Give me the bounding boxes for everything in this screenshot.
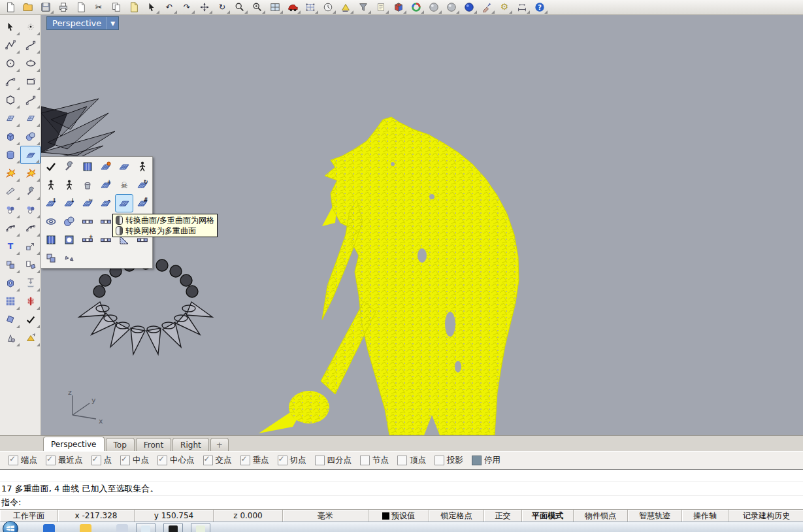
osnap-item-停用[interactable]: 停用 <box>472 455 500 466</box>
status-gumball[interactable]: 操作轴 <box>682 510 729 522</box>
four-viewports-button[interactable] <box>266 1 284 14</box>
new-file-button[interactable] <box>1 1 19 14</box>
save-file-button[interactable] <box>37 1 54 14</box>
ghosted-mode-button[interactable] <box>442 1 460 14</box>
open-file-button[interactable] <box>19 1 37 14</box>
status-coord-y[interactable]: y 150.754 <box>135 510 214 522</box>
mesh-fill-bucket-button[interactable] <box>78 176 97 194</box>
cplane-set-button[interactable] <box>336 1 354 14</box>
status-grid-snap[interactable]: 锁定格点 <box>429 510 484 522</box>
osnap-item-中点[interactable]: 中点 <box>120 455 149 466</box>
mesh-panels-button[interactable] <box>42 231 60 249</box>
circle-tool[interactable] <box>0 54 20 73</box>
arc-tool[interactable] <box>0 73 20 91</box>
osnap-checkbox-切点[interactable] <box>278 456 287 465</box>
viewport-tab-top[interactable]: Top <box>106 438 135 451</box>
orient-tool[interactable] <box>0 310 20 329</box>
mesh-trim-button[interactable]: ✂ <box>78 194 97 212</box>
osnap-item-最近点[interactable]: 最近点 <box>46 455 83 466</box>
viewport-tab-perspective[interactable]: Perspective <box>43 437 105 451</box>
zoom-dynamic-button[interactable] <box>231 1 248 14</box>
osnap-item-节点[interactable]: 节点 <box>360 455 389 466</box>
cone-sphere-tool[interactable] <box>0 329 20 347</box>
select-pointer-button[interactable] <box>142 1 160 14</box>
mesh-torus-button[interactable] <box>42 212 60 231</box>
command-prompt[interactable]: 指令: <box>0 496 803 509</box>
pointer-tool[interactable] <box>0 18 20 36</box>
clamp-tool[interactable] <box>20 292 41 310</box>
render-button[interactable] <box>284 1 301 14</box>
curve-from-objects-tool[interactable] <box>0 219 20 237</box>
mesh-person-weld-button[interactable] <box>60 176 78 194</box>
dimension-button[interactable] <box>513 1 531 14</box>
osnap-checkbox-投影[interactable] <box>434 456 444 465</box>
cut-button[interactable]: ✂ <box>90 1 107 14</box>
mesh-dense-button[interactable]: # <box>133 194 152 212</box>
osnap-item-投影[interactable]: 投影 <box>434 455 463 466</box>
mesh-table-button[interactable] <box>115 158 133 176</box>
osnap-item-垂点[interactable]: 垂点 <box>240 455 269 466</box>
viewport-tab-right[interactable]: Right <box>172 438 209 451</box>
mesh-box-pair-button[interactable] <box>42 249 60 267</box>
options-gears-button[interactable]: ⚙ <box>495 1 513 14</box>
status-smarttrack[interactable]: 智慧轨迹 <box>628 510 682 522</box>
add-viewport-tab-button[interactable]: + <box>210 438 229 451</box>
mesh-person-align-button[interactable] <box>42 176 60 194</box>
osnap-item-交点[interactable]: 交点 <box>203 455 232 466</box>
window-explorer-taskbar-button[interactable] <box>136 523 156 532</box>
mesh-panel-button[interactable] <box>78 158 97 176</box>
start-button[interactable] <box>3 521 18 532</box>
mesh-strip-add-button[interactable]: + <box>78 231 97 249</box>
app-blue-taskbar-icon[interactable] <box>43 524 55 532</box>
polyline-tool[interactable] <box>0 36 20 54</box>
color-wheel-button[interactable] <box>407 1 425 14</box>
mesh-rotate-faces-button[interactable]: ↻ <box>133 176 152 194</box>
zoom-window-button[interactable] <box>248 1 266 14</box>
osnap-item-四分点[interactable]: 四分点 <box>315 455 352 466</box>
arc-points-tool[interactable] <box>20 219 41 237</box>
box-point-tool[interactable] <box>0 274 20 292</box>
copy-object-tool[interactable] <box>20 256 41 274</box>
control-points-on-button[interactable] <box>301 1 319 14</box>
status-coord-z[interactable]: z 0.000 <box>214 510 283 522</box>
check-tool[interactable] <box>20 310 41 329</box>
move-tool[interactable] <box>20 237 41 256</box>
osnap-item-端点[interactable]: 端点 <box>8 455 37 466</box>
osnap-checkbox-节点[interactable] <box>360 456 370 465</box>
analyze-clock-button[interactable] <box>319 1 336 14</box>
explode-small-tool[interactable] <box>20 164 41 182</box>
surface-tool[interactable] <box>0 109 20 127</box>
status-layer[interactable]: 预设值 <box>369 510 429 522</box>
selection-filter-button[interactable] <box>354 1 372 14</box>
copy-button[interactable] <box>107 1 125 14</box>
viewport-tab-front[interactable]: Front <box>136 438 171 451</box>
osnap-checkbox-四分点[interactable] <box>315 456 325 465</box>
mesh-person-reduce-button[interactable] <box>133 158 152 176</box>
viewport-title[interactable]: Perspective ▼ <box>46 16 119 30</box>
status-record-history[interactable]: 记录建构历史 <box>729 510 803 522</box>
array-tool[interactable] <box>0 292 20 310</box>
mesh-add-face-button[interactable]: + <box>97 176 115 194</box>
shaded-mode-button[interactable] <box>425 1 442 14</box>
spheres-tool[interactable] <box>20 127 41 146</box>
print-button[interactable] <box>54 1 72 14</box>
mesh-outline-button[interactable]: - <box>97 194 115 212</box>
mesh-spheres-button[interactable] <box>60 212 78 231</box>
osnap-checkbox-顶点[interactable] <box>397 456 407 465</box>
rotate-view-button[interactable]: ↻ <box>213 1 231 14</box>
status-units[interactable]: 毫米 <box>283 510 369 522</box>
notes-button[interactable] <box>372 1 389 14</box>
mesh-axes-button[interactable]: ↕ <box>42 194 60 212</box>
point-tool[interactable] <box>20 18 41 36</box>
mesh-repair-tools-button[interactable] <box>60 158 78 176</box>
mesh-ok-button[interactable] <box>42 158 60 176</box>
osnap-checkbox-中心点[interactable] <box>157 456 167 465</box>
osnap-checkbox-中点[interactable] <box>120 456 130 465</box>
status-coord-x[interactable]: x -217.328 <box>58 510 135 522</box>
app-messenger-taskbar-icon[interactable] <box>80 524 91 532</box>
paint-spray-button[interactable] <box>478 1 495 14</box>
pan-view-button[interactable] <box>195 1 213 14</box>
ellipse-tool[interactable] <box>20 54 41 73</box>
paste-button[interactable] <box>125 1 142 14</box>
mesh-delete-faces-button[interactable]: ☠ <box>115 176 133 194</box>
